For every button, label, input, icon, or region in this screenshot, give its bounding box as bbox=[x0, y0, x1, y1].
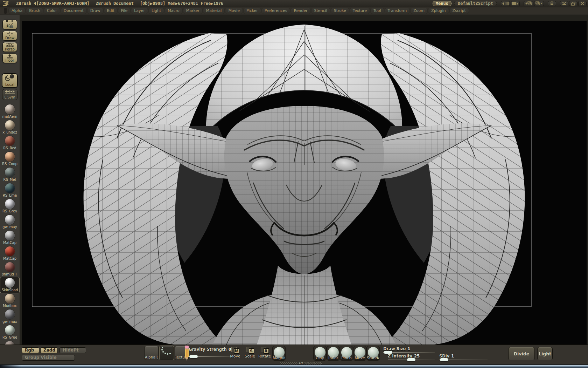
material-item[interactable]: RS_Grey bbox=[0, 198, 19, 214]
menu-item[interactable]: Marker bbox=[183, 8, 203, 14]
light-button[interactable]: Light bbox=[537, 347, 553, 360]
material-label: matAern bbox=[2, 115, 18, 118]
material-item[interactable]: matAern bbox=[0, 104, 19, 120]
menu-item[interactable]: Layer bbox=[131, 8, 148, 14]
menu-item[interactable]: Document bbox=[61, 8, 87, 14]
slide-panel-right-icon[interactable] bbox=[511, 1, 520, 6]
local-button[interactable]: Local bbox=[2, 74, 18, 88]
sculpt-viewport[interactable] bbox=[22, 21, 587, 345]
brush-pinch[interactable]: Pinch bbox=[340, 346, 353, 361]
z-intensity-slider[interactable]: Z Intensity25 bbox=[388, 354, 435, 360]
menu-item[interactable]: Material bbox=[203, 8, 225, 14]
restore-icon[interactable] bbox=[569, 1, 578, 6]
edit-marquee-icon bbox=[6, 20, 14, 25]
menu-item[interactable]: Transform bbox=[385, 8, 410, 14]
hidept-toggle[interactable]: HidePt bbox=[59, 347, 86, 353]
menu-item[interactable]: Zoom bbox=[410, 8, 428, 14]
cascade-back-icon[interactable] bbox=[524, 1, 533, 6]
cascade-front-icon[interactable] bbox=[534, 1, 544, 6]
brush-inflat[interactable]: Inflat bbox=[327, 346, 340, 361]
material-item[interactable]: RS_Eme bbox=[0, 183, 19, 198]
menu-item[interactable]: File bbox=[118, 8, 131, 14]
sdiv-slider[interactable]: SDiv1 bbox=[439, 354, 488, 360]
draw-button[interactable]: Draw bbox=[2, 31, 17, 41]
left-tray: Edit Draw Persp Floor Local bbox=[0, 15, 20, 345]
floor-button[interactable]: Floor bbox=[2, 53, 17, 63]
menu-item[interactable]: Zplugin bbox=[428, 8, 449, 14]
slide-panel-left-icon[interactable] bbox=[501, 1, 510, 6]
material-item[interactable]: RS_Gree bbox=[0, 325, 19, 340]
collapse-arrows-icon[interactable]: ▲▼ bbox=[298, 362, 304, 364]
alpha-thumbnail[interactable]: Alpha O bbox=[145, 346, 159, 360]
material-item[interactable]: MatCap bbox=[0, 246, 19, 261]
zadd-toggle[interactable]: Zadd bbox=[40, 347, 58, 353]
menu-item[interactable]: Render bbox=[290, 8, 310, 14]
material-item[interactable]: RS_Met bbox=[0, 167, 19, 183]
material-item[interactable]: SkinShad bbox=[0, 277, 19, 293]
brush-standard[interactable]: Standard bbox=[366, 346, 380, 361]
menu-item[interactable]: Color bbox=[44, 8, 60, 14]
bottom-tray-strip[interactable] bbox=[0, 364, 588, 368]
tray-resize-handle[interactable]: ▲▼ bbox=[280, 362, 326, 364]
lsym-button[interactable]: L.Sym bbox=[2, 89, 18, 100]
menu-item[interactable]: Macro bbox=[164, 8, 182, 14]
material-label: shmud_F bbox=[2, 272, 18, 276]
menu-item[interactable]: Tool bbox=[370, 8, 384, 14]
slider-handle[interactable] bbox=[440, 358, 448, 361]
rgb-toggle[interactable]: Rgb bbox=[22, 347, 39, 353]
material-sphere-icon bbox=[5, 262, 15, 272]
menu-item[interactable]: Stroke bbox=[331, 8, 349, 14]
close-icon[interactable] bbox=[578, 1, 587, 6]
material-label: RS_Coop bbox=[2, 162, 18, 166]
brush-magnify[interactable]: Magnify bbox=[272, 346, 286, 361]
lock-icon[interactable] bbox=[548, 1, 556, 6]
menu-item[interactable]: Zscript bbox=[449, 8, 469, 14]
material-item[interactable]: x_undoz bbox=[0, 120, 19, 135]
brush-clay[interactable]: Clay bbox=[313, 346, 327, 361]
stroke-dots-thumbnail[interactable]: Dots bbox=[160, 346, 174, 360]
move-gyro-button[interactable]: M Move bbox=[227, 347, 243, 359]
menus-button[interactable]: Menus bbox=[433, 1, 451, 6]
material-sphere-icon bbox=[5, 183, 15, 193]
material-item[interactable]: gw_max bbox=[0, 309, 19, 325]
creature-model bbox=[22, 21, 587, 345]
gravity-strength-slider[interactable]: Gravity Strength0 bbox=[189, 347, 232, 357]
rotate-gyro-button[interactable]: R Rotate bbox=[257, 347, 272, 359]
menubar-grip[interactable] bbox=[4, 8, 7, 14]
edit-button[interactable]: Edit bbox=[2, 20, 17, 29]
menu-item[interactable]: Brush bbox=[26, 8, 43, 14]
group-visible-button[interactable]: Group Visible bbox=[22, 355, 75, 361]
material-item[interactable]: MatCap bbox=[0, 230, 19, 246]
material-label: RS_Met bbox=[4, 178, 16, 182]
bottom-toolbar: Rgb Zadd HidePt Group Visible Alpha O Do… bbox=[0, 345, 588, 364]
menu-item[interactable]: Light bbox=[148, 8, 164, 14]
menu-item[interactable]: Draw bbox=[87, 8, 104, 14]
menu-item[interactable]: Picker bbox=[243, 8, 261, 14]
menu-item[interactable]: Movie bbox=[225, 8, 243, 14]
material-item[interactable]: RS_Coop bbox=[0, 151, 19, 167]
menu-item[interactable]: Stencil bbox=[311, 8, 330, 14]
persp-button[interactable]: Persp bbox=[2, 42, 17, 52]
draw-size-slider[interactable]: Draw Size1 bbox=[383, 346, 435, 353]
slider-handle[interactable] bbox=[407, 358, 415, 361]
brush-move[interactable]: Move bbox=[353, 346, 366, 361]
divide-button[interactable]: Divide bbox=[508, 347, 535, 360]
draw-crosshair-icon bbox=[6, 31, 14, 36]
material-label: gw_may bbox=[2, 225, 17, 229]
titlebar: ZBrush 4[ZONU-SMVK-AAMJ-EOHM] ZBrush Doc… bbox=[0, 0, 588, 7]
slider-handle[interactable] bbox=[189, 355, 198, 358]
material-item[interactable]: Mudbox bbox=[0, 293, 19, 309]
material-item[interactable]: RS_Red bbox=[0, 135, 19, 151]
scale-gyro-button[interactable]: S Scale bbox=[242, 347, 258, 359]
material-item[interactable]: shmud_F bbox=[0, 261, 19, 277]
material-item[interactable]: gw_may bbox=[0, 214, 19, 230]
menu-item[interactable]: Alpha bbox=[8, 8, 26, 14]
material-label: RS_Gree bbox=[2, 335, 17, 339]
menu-item[interactable]: Preferences bbox=[261, 8, 290, 14]
menu-item[interactable]: Edit bbox=[104, 8, 118, 14]
menu-item[interactable]: Texture bbox=[350, 8, 370, 14]
minimize-icon[interactable] bbox=[560, 1, 568, 6]
default-zscript-button[interactable]: DefaultZScript bbox=[454, 1, 497, 6]
material-sphere-icon bbox=[5, 246, 15, 256]
material-sphere-icon bbox=[5, 168, 15, 177]
